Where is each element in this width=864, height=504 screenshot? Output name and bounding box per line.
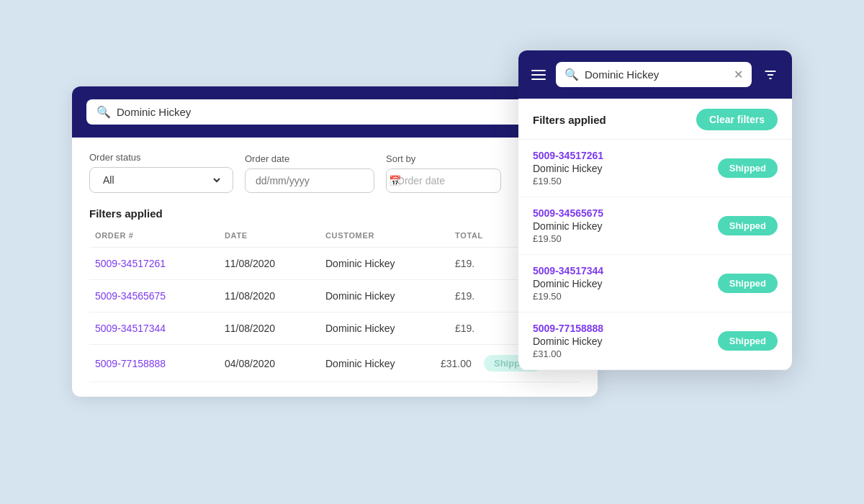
order-date: 11/08/2020 [225, 290, 325, 302]
result-item: 5009-77158888 Dominic Hickey £31.00 Ship… [518, 312, 792, 370]
status-badge: Shipped [718, 216, 778, 235]
order-date: 11/08/2020 [225, 323, 325, 334]
result-customer: Dominic Hickey [533, 336, 603, 347]
table-row: 5009-77158888 04/08/2020 Dominic Hickey … [89, 345, 580, 382]
order-status-label: Order status [89, 152, 233, 163]
result-customer: Dominic Hickey [533, 220, 603, 232]
overlay-search-input[interactable] [585, 68, 728, 81]
result-order-id[interactable]: 5009-34517261 [533, 150, 603, 161]
order-status-select[interactable]: All [89, 167, 233, 193]
order-date-input[interactable] [256, 175, 382, 186]
filters-row: Order status All Order date 📅 Sort [89, 152, 580, 193]
order-customer: Dominic Hickey [325, 290, 455, 302]
col-total: TOTAL [455, 231, 527, 240]
sort-by-label: Sort by [386, 153, 501, 164]
filter-icon-button[interactable] [760, 65, 780, 85]
table-row: 5009-34517344 11/08/2020 Dominic Hickey … [89, 312, 580, 345]
result-customer: Dominic Hickey [533, 163, 603, 174]
overlay-search-panel: 🔍 ✕ Filters applied Clear filters 5009-3… [518, 50, 792, 370]
order-date-input-wrapper[interactable]: 📅 [245, 168, 374, 193]
order-date: 04/08/2020 [225, 358, 325, 369]
overlay-filters-row: Filters applied Clear filters [518, 99, 792, 140]
result-total: £19.50 [533, 291, 603, 302]
order-date-label: Order date [245, 153, 374, 164]
filters-applied-label: Filters applied [89, 207, 580, 220]
overlay-search-icon: 🔍 [564, 68, 579, 81]
result-total: £19.50 [533, 233, 603, 244]
col-order-num: ORDER # [95, 231, 225, 240]
table-row: 5009-34565675 11/08/2020 Dominic Hickey … [89, 280, 580, 312]
overlay-search-box[interactable]: 🔍 ✕ [556, 62, 752, 87]
order-total: £19. [455, 290, 527, 302]
order-id-link[interactable]: 5009-34517261 [95, 258, 225, 269]
order-id-link[interactable]: 5009-34565675 [95, 290, 225, 302]
result-item-left: 5009-77158888 Dominic Hickey £31.00 [533, 323, 603, 359]
order-date-filter: Order date 📅 [245, 153, 374, 193]
status-badge: Shipped [718, 274, 778, 293]
col-date: DATE [225, 231, 325, 240]
order-id-link[interactable]: 5009-34517344 [95, 323, 225, 334]
result-item: 5009-34565675 Dominic Hickey £19.50 Ship… [518, 197, 792, 255]
order-customer: Dominic Hickey [325, 323, 455, 334]
order-date: 11/08/2020 [225, 258, 325, 269]
order-status-dropdown[interactable]: All [100, 174, 222, 186]
result-item-left: 5009-34517344 Dominic Hickey £19.50 [533, 265, 603, 302]
result-item: 5009-34517261 Dominic Hickey £19.50 Ship… [518, 140, 792, 197]
clear-filters-button[interactable]: Clear filters [696, 109, 778, 130]
result-total: £19.50 [533, 176, 603, 186]
main-search-box[interactable]: 🔍 [86, 99, 583, 125]
main-search-input[interactable] [117, 106, 573, 118]
result-item-left: 5009-34565675 Dominic Hickey £19.50 [533, 207, 603, 244]
result-order-id[interactable]: 5009-34517344 [533, 265, 603, 276]
order-total: £19. [455, 323, 527, 334]
status-badge: Shipped [718, 158, 778, 178]
status-badge: Shipped [718, 331, 778, 351]
result-customer: Dominic Hickey [533, 278, 603, 289]
table-row: 5009-34517261 11/08/2020 Dominic Hickey … [89, 248, 580, 280]
table-body: 5009-34517261 11/08/2020 Dominic Hickey … [89, 248, 580, 382]
order-customer: Dominic Hickey [325, 358, 441, 369]
sort-by-filter: Sort by Order date [386, 153, 501, 193]
overlay-filters-applied-label: Filters applied [533, 114, 606, 126]
order-status-filter: Order status All [89, 152, 233, 193]
search-icon: 🔍 [96, 105, 111, 119]
result-order-id[interactable]: 5009-34565675 [533, 207, 603, 219]
order-customer: Dominic Hickey [325, 258, 455, 269]
result-total: £31.00 [533, 348, 603, 359]
col-customer: CUSTOMER [325, 231, 455, 240]
order-total: £31.00 [441, 358, 484, 369]
result-order-id[interactable]: 5009-77158888 [533, 323, 603, 334]
order-id-link[interactable]: 5009-77158888 [95, 358, 225, 369]
hamburger-menu-button[interactable] [530, 68, 547, 81]
close-search-icon[interactable]: ✕ [734, 68, 743, 81]
table-header: ORDER # DATE CUSTOMER TOTAL [89, 231, 580, 248]
result-item-left: 5009-34517261 Dominic Hickey £19.50 [533, 150, 603, 186]
order-total: £19. [455, 258, 527, 269]
overlay-header: 🔍 ✕ [518, 50, 792, 99]
overlay-results-list: 5009-34517261 Dominic Hickey £19.50 Ship… [518, 140, 792, 370]
overlay-body: Filters applied Clear filters 5009-34517… [518, 99, 792, 370]
result-item: 5009-34517344 Dominic Hickey £19.50 Ship… [518, 255, 792, 312]
sort-by-select[interactable]: Order date [386, 168, 501, 193]
sort-by-placeholder: Order date [397, 175, 445, 186]
